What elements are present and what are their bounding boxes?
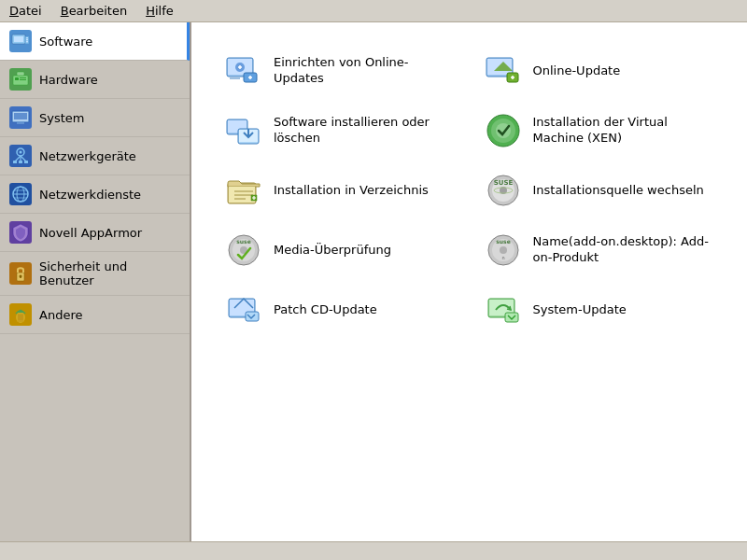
sidebar-item-sicherheit-label: Sicherheit und Benutzer: [39, 259, 180, 287]
menu-hilfe[interactable]: Hilfe: [140, 2, 179, 20]
sidebar-item-sicherheit[interactable]: Sicherheit und Benutzer: [0, 252, 190, 296]
svg-rect-38: [20, 276, 21, 278]
sidebar-item-software-label: Software: [39, 35, 92, 49]
apparmor-icon: [9, 221, 32, 244]
sidebar-item-andere-label: Andere: [39, 308, 82, 322]
menubar: Datei Bearbeiten Hilfe: [0, 0, 747, 22]
sicherheit-icon: [9, 262, 32, 285]
svg-rect-18: [15, 124, 26, 125]
svg-point-21: [20, 151, 22, 154]
sidebar-item-netzwerkgeraete[interactable]: Netzwerkgeräte: [0, 137, 190, 175]
sidebar-item-andere[interactable]: Andere: [0, 296, 190, 334]
system-update-icon: [485, 291, 522, 329]
patch-cd-update-label: Patch CD-Update: [274, 302, 377, 318]
svg-rect-25: [13, 161, 17, 163]
content-item-media-check[interactable]: suse Media-Überprüfung: [210, 220, 470, 280]
content-grid: Einrichten von Online-Updates Online-Upd…: [210, 41, 728, 340]
online-updates-setup-icon: [225, 52, 262, 90]
content-item-install-directory[interactable]: Installation in Verzeichnis: [210, 161, 470, 220]
svg-rect-10: [20, 77, 26, 78]
svg-rect-11: [20, 79, 26, 80]
online-update-label: Online-Update: [533, 63, 621, 79]
sidebar-item-software[interactable]: Software: [0, 22, 190, 61]
content-item-install-software[interactable]: Software installieren oder löschen: [210, 101, 470, 161]
online-updates-setup-label: Einrichten von Online-Updates: [274, 55, 455, 87]
svg-rect-17: [17, 122, 24, 124]
addon-product-label: Name(add-on.desktop): Add-on-Produkt: [533, 234, 714, 266]
netzwerkgeraete-icon: [9, 145, 32, 167]
sidebar-item-netzwerkdienste[interactable]: Netzwerkdienste: [0, 175, 190, 214]
virtual-machine-icon: [485, 112, 522, 149]
svg-rect-2: [14, 36, 23, 42]
content-item-patch-cd-update[interactable]: Patch CD-Update: [210, 280, 470, 340]
svg-rect-6: [26, 41, 28, 43]
sidebar: Software Hardware: [0, 22, 191, 541]
svg-rect-86: [505, 313, 518, 322]
sidebar-item-system-label: System: [39, 111, 84, 125]
netzwerkdienste-icon: [9, 183, 32, 205]
content-item-virtual-machine[interactable]: Installation der Virtual Machine (XEN): [470, 101, 729, 161]
svg-rect-16: [14, 113, 27, 119]
system-icon: [9, 106, 32, 129]
statusbar: [0, 541, 747, 560]
menu-datei[interactable]: Datei: [4, 2, 48, 20]
svg-rect-9: [15, 77, 19, 80]
online-update-icon: [485, 52, 522, 90]
content-item-online-update[interactable]: Online-Update: [470, 41, 729, 101]
install-source-label: Installationsquelle wechseln: [533, 183, 704, 199]
sidebar-item-hardware-label: Hardware: [39, 73, 98, 87]
install-software-icon: [225, 112, 262, 149]
sidebar-item-apparmor-label: Novell AppArmor: [39, 226, 142, 240]
hardware-icon: [9, 68, 32, 91]
svg-rect-26: [19, 161, 22, 163]
virtual-machine-label: Installation der Virtual Machine (XEN): [533, 115, 714, 147]
svg-point-78: [500, 246, 507, 254]
svg-rect-12: [17, 72, 24, 76]
sidebar-item-netzwerkdienste-label: Netzwerkdienste: [39, 188, 141, 202]
svg-text:SUSE: SUSE: [493, 179, 513, 187]
content-item-install-source[interactable]: SUSE Installationsquelle wechseln: [470, 161, 729, 220]
content-item-online-updates-setup[interactable]: Einrichten von Online-Updates: [210, 41, 470, 101]
addon-product-icon: suse n: [485, 231, 522, 269]
andere-icon: [9, 303, 32, 326]
system-update-label: System-Update: [533, 302, 627, 318]
sidebar-item-system[interactable]: System: [0, 99, 190, 137]
install-source-icon: SUSE: [485, 172, 522, 209]
svg-rect-27: [24, 161, 28, 163]
content-item-system-update[interactable]: System-Update: [470, 280, 729, 340]
svg-rect-5: [26, 39, 28, 41]
svg-text:n: n: [501, 255, 504, 260]
svg-rect-4: [26, 37, 28, 39]
media-check-label: Media-Überprüfung: [274, 243, 391, 259]
sidebar-item-netzwerkgeraete-label: Netzwerkgeräte: [39, 149, 136, 163]
content-area: Einrichten von Online-Updates Online-Upd…: [191, 22, 747, 541]
content-item-addon-product[interactable]: suse n Name(add-on.desktop): Add-on-Prod…: [470, 220, 729, 280]
svg-text:suse: suse: [496, 238, 510, 245]
main-container: Software Hardware: [0, 22, 747, 541]
menu-bearbeiten[interactable]: Bearbeiten: [55, 2, 133, 20]
install-directory-icon: [225, 172, 262, 209]
svg-text:suse: suse: [236, 238, 250, 245]
install-software-label: Software installieren oder löschen: [274, 115, 455, 147]
sidebar-item-hardware[interactable]: Hardware: [0, 61, 190, 99]
media-check-icon: suse: [225, 231, 262, 269]
software-icon: [9, 30, 32, 52]
sidebar-item-apparmor[interactable]: Novell AppArmor: [0, 214, 190, 252]
patch-cd-update-icon: [225, 291, 262, 329]
install-directory-label: Installation in Verzeichnis: [274, 183, 429, 199]
